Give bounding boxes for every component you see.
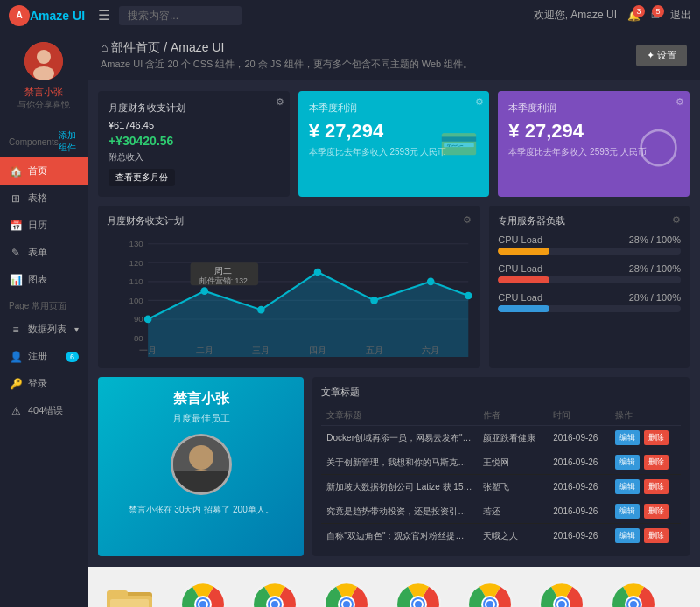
bell-notification[interactable]: 🔔 3	[627, 10, 640, 22]
article-actions: 编辑 删除	[610, 475, 681, 499]
sidebar-item-label: 登录	[28, 377, 47, 390]
svg-text:120: 120	[130, 258, 144, 268]
chevron-down-icon: ▾	[74, 324, 79, 334]
gear-icon[interactable]: ⚙	[676, 96, 684, 108]
breadcrumb-info: ⌂ 部件首页 / Amaze UI Amaze UI 含近 20 个 CSS 组…	[101, 40, 472, 71]
file-icon	[250, 580, 299, 607]
edit-button[interactable]: 编辑	[615, 430, 640, 445]
sidebar-item-register[interactable]: 👤 注册 6	[0, 343, 88, 370]
chrome-icon	[611, 582, 656, 607]
more-button[interactable]: 查看更多月份	[108, 169, 175, 186]
progress-label-3: CPU Load	[498, 292, 542, 303]
sidebar-item-calendar[interactable]: 📅 日历	[0, 212, 88, 239]
list-item[interactable]: 404.html	[172, 580, 234, 607]
breadcrumb-separator: /	[164, 40, 171, 54]
svg-point-22	[465, 292, 472, 300]
article-date: 2016-09-26	[548, 524, 609, 548]
breadcrumb-area: ⌂ 部件首页 / Amaze UI Amaze UI 含近 20 个 CSS 组…	[88, 31, 700, 80]
article-date: 2016-09-26	[548, 499, 609, 524]
gear-icon[interactable]: ⚙	[463, 214, 472, 227]
article-date: 2016-09-26	[548, 475, 609, 499]
svg-rect-35	[173, 471, 229, 492]
article-title: Docker创域再添一员，网易云发布"蜂巢"，加入云计算之争	[321, 426, 478, 450]
table-card-title: 文章标题	[321, 386, 681, 399]
stat-title: 本季度利润	[309, 101, 480, 115]
svg-text:100: 100	[130, 296, 144, 305]
gear-icon[interactable]: ⚙	[475, 96, 484, 108]
chrome-icon	[324, 582, 369, 607]
components-label: Components	[9, 137, 59, 147]
form-icon: ✎	[9, 247, 23, 259]
sidebar-item-label: 日历	[28, 219, 47, 232]
edit-button[interactable]: 编辑	[615, 455, 640, 470]
list-item[interactable]: sign-up.html	[603, 580, 664, 607]
sidebar-item-chart[interactable]: 📊 图表	[0, 266, 88, 293]
add-component-button[interactable]: 添加组件	[59, 129, 79, 154]
exit-button[interactable]: 退出	[670, 8, 691, 23]
file-icon	[609, 580, 658, 607]
calendar-icon: 📅	[9, 220, 23, 232]
bell-badge: 3	[633, 5, 645, 17]
delete-button[interactable]: 删除	[644, 455, 668, 470]
sidebar-username[interactable]: 禁言小张	[24, 86, 63, 99]
delete-button[interactable]: 删除	[644, 430, 668, 445]
sidebar-item-label: 注册	[28, 350, 47, 363]
sidebar-item-home[interactable]: 🏠 首页	[0, 157, 88, 185]
svg-point-21	[427, 278, 435, 286]
page-label: Page	[9, 301, 29, 310]
table-row: Docker创域再添一员，网易云发布"蜂巢"，加入云计算之争 颜亚跌看健康 20…	[321, 426, 681, 450]
delete-button[interactable]: 删除	[644, 479, 668, 494]
svg-text:130: 130	[130, 239, 144, 248]
article-author: 王悦网	[478, 450, 548, 475]
list-item[interactable]: form.html	[388, 580, 449, 607]
bottom-row: 禁言小张 月度最佳员工 禁言小张在 30天内 招募了 200单人。	[98, 377, 690, 556]
mail-notification[interactable]: ✉ 5	[651, 10, 660, 22]
delete-button[interactable]: 删除	[644, 528, 668, 543]
main-content: ⌂ 部件首页 / Amaze UI Amaze UI 含近 20 个 CSS 组…	[88, 31, 700, 607]
list-item[interactable]: calendar.html	[244, 580, 305, 607]
page-section-label: Page 常用页面	[0, 293, 88, 316]
stat-title: 本季度利润	[508, 101, 679, 115]
settings-button[interactable]: ✦ 设置	[636, 45, 687, 66]
svg-point-20	[370, 297, 378, 304]
article-author: 张塑飞	[478, 475, 548, 499]
search-input[interactable]	[119, 6, 242, 25]
register-badge: 6	[66, 352, 79, 362]
line-chart: 130 120 110 100 90 80	[107, 234, 472, 357]
sidebar-item-form[interactable]: ✎ 表单	[0, 239, 88, 266]
file-icon	[394, 580, 443, 607]
chrome-icon	[396, 582, 441, 607]
delete-button[interactable]: 删除	[644, 504, 668, 519]
progress-value-1: 28% / 100%	[629, 234, 681, 245]
sidebar-item-login[interactable]: 🔑 登录	[0, 370, 88, 397]
svg-text:周二: 周二	[214, 266, 232, 276]
progress-value-2: 28% / 100%	[629, 263, 681, 274]
svg-point-1	[37, 50, 51, 64]
edit-button[interactable]: 编辑	[615, 479, 640, 494]
list-item[interactable]: chart.html	[316, 580, 377, 607]
datalist-icon: ≡	[9, 324, 23, 336]
list-item[interactable]: assets	[101, 580, 162, 607]
profile-card: 禁言小张 月度最佳员工 禁言小张在 30天内 招募了 200单人。	[98, 377, 304, 556]
sidebar: 禁言小张 与你分享喜悦 Components 添加组件 🏠 首页 ⊞ 表格 📅 …	[0, 31, 88, 607]
edit-button[interactable]: 编辑	[615, 528, 640, 543]
sidebar-item-datalist[interactable]: ≡ 数据列表 ▾	[0, 316, 88, 343]
list-item[interactable]: login.html	[531, 580, 592, 607]
gear-icon[interactable]: ⚙	[276, 96, 284, 108]
svg-point-17	[200, 287, 208, 295]
article-table: 文章标题 作者 时间 操作 Docker创域再添一员，网易云发布"蜂巢"，加入云…	[321, 406, 681, 548]
gear-icon[interactable]: ⚙	[672, 214, 681, 227]
hamburger-menu[interactable]: ☰	[98, 7, 110, 24]
list-item[interactable]: index.html	[459, 580, 521, 607]
sidebar-item-label: 表单	[28, 246, 47, 259]
top-nav-right: 欢迎您, Amaze UI 🔔 3 ✉ 5 退出	[534, 8, 691, 23]
app-logo-icon: A	[9, 5, 30, 26]
breadcrumb-path: Amaze UI	[171, 40, 224, 54]
sidebar-item-404[interactable]: ⚠ 404错误	[0, 397, 88, 424]
side-chart-title: 专用服务器负载 ⚙	[498, 214, 681, 227]
table-row: 自称"双边角色"：观众官对粉丝提白旗合称表示"支持" 天哦之人 2016-09-…	[321, 524, 681, 548]
sidebar-user: 禁言小张 与你分享喜悦	[0, 31, 88, 122]
progress-bar-bg-1	[498, 248, 681, 255]
edit-button[interactable]: 编辑	[615, 504, 640, 519]
sidebar-item-table[interactable]: ⊞ 表格	[0, 185, 88, 212]
